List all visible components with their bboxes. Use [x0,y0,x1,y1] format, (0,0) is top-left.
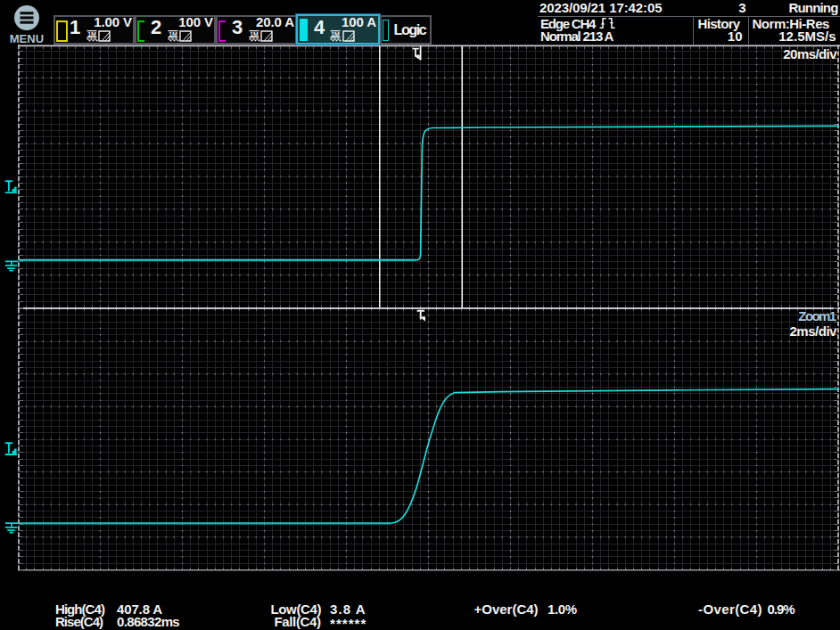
svg-text:1M: 1M [169,31,177,37]
svg-text:1M: 1M [87,31,96,37]
svg-text:1M: 1M [331,31,340,37]
svg-text:1M: 1M [250,31,259,37]
